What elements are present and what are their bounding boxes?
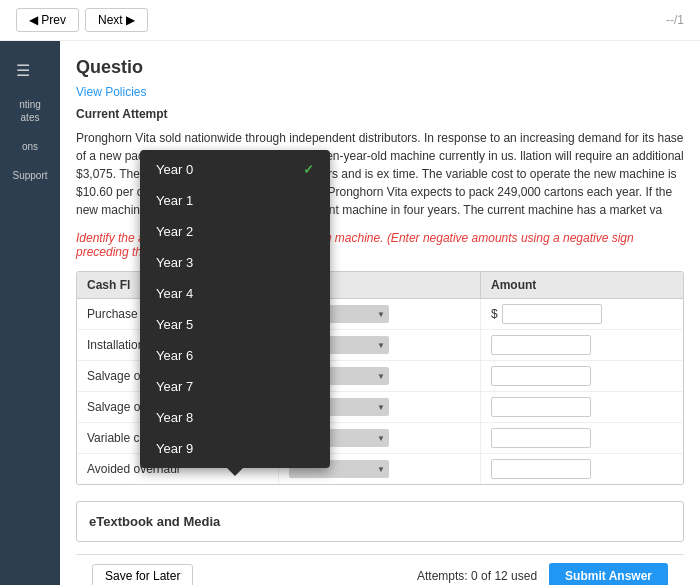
top-nav: ◀ Prev Next ▶ --/1 bbox=[0, 0, 700, 41]
amount-input-overhaul[interactable] bbox=[491, 459, 591, 479]
dropdown-item-year0[interactable]: Year 0 ✓ bbox=[140, 154, 330, 185]
dropdown-item-year8[interactable]: Year 8 bbox=[140, 402, 330, 433]
row-amount-cell-variable bbox=[481, 423, 683, 453]
attempts-text: Attempts: 0 of 12 used bbox=[417, 569, 537, 583]
question-title: Questio bbox=[76, 57, 684, 78]
sidebar-item-options[interactable]: ons bbox=[0, 132, 60, 161]
dropdown-item-label: Year 5 bbox=[156, 317, 193, 332]
current-attempt-label: Current Attempt bbox=[76, 107, 684, 121]
amount-input-salvage-new[interactable] bbox=[491, 397, 591, 417]
dollar-sign-purchase: $ bbox=[491, 307, 498, 321]
dropdown-item-label: Year 9 bbox=[156, 441, 193, 456]
year-dropdown: Year 0 ✓ Year 1 Year 2 Year 3 Year 4 Yea… bbox=[140, 150, 330, 468]
page-indicator: --/1 bbox=[666, 13, 684, 27]
row-amount-cell-installation bbox=[481, 330, 683, 360]
sidebar: ☰ ntingates ons Support bbox=[0, 41, 60, 585]
dropdown-item-year3[interactable]: Year 3 bbox=[140, 247, 330, 278]
dropdown-arrow-icon bbox=[227, 468, 243, 476]
submit-answer-button[interactable]: Submit Answer bbox=[549, 563, 668, 585]
dropdown-item-label: Year 1 bbox=[156, 193, 193, 208]
dropdown-item-year9[interactable]: Year 9 bbox=[140, 433, 330, 464]
etextbook-section: eTextbook and Media bbox=[76, 501, 684, 542]
amount-input-salvage-old[interactable] bbox=[491, 366, 591, 386]
bottom-bar: Save for Later Attempts: 0 of 12 used Su… bbox=[76, 554, 684, 585]
row-amount-cell-salvage-old bbox=[481, 361, 683, 391]
dropdown-item-label: Year 0 bbox=[156, 162, 193, 177]
row-amount-cell-overhaul bbox=[481, 454, 683, 484]
dropdown-item-year7[interactable]: Year 7 bbox=[140, 371, 330, 402]
dropdown-item-year1[interactable]: Year 1 bbox=[140, 185, 330, 216]
dropdown-item-year4[interactable]: Year 4 bbox=[140, 278, 330, 309]
header-amount: Amount bbox=[481, 272, 683, 298]
amount-input-variable[interactable] bbox=[491, 428, 591, 448]
dropdown-item-label: Year 7 bbox=[156, 379, 193, 394]
dropdown-item-year6[interactable]: Year 6 bbox=[140, 340, 330, 371]
view-policies-link[interactable]: View Policies bbox=[76, 85, 146, 99]
hamburger-icon[interactable]: ☰ bbox=[0, 51, 60, 90]
save-later-button[interactable]: Save for Later bbox=[92, 564, 193, 585]
row-amount-cell-salvage-new bbox=[481, 392, 683, 422]
main-layout: ☰ ntingates ons Support Questio View Pol… bbox=[0, 41, 700, 585]
nav-buttons: ◀ Prev Next ▶ bbox=[16, 8, 148, 32]
dropdown-item-label: Year 3 bbox=[156, 255, 193, 270]
etextbook-title: eTextbook and Media bbox=[89, 514, 220, 529]
dropdown-item-label: Year 4 bbox=[156, 286, 193, 301]
row-amount-cell-purchase: $ bbox=[481, 299, 683, 329]
amount-input-purchase[interactable] bbox=[502, 304, 602, 324]
next-button[interactable]: Next ▶ bbox=[85, 8, 148, 32]
dropdown-item-year2[interactable]: Year 2 bbox=[140, 216, 330, 247]
prev-button[interactable]: ◀ Prev bbox=[16, 8, 79, 32]
sidebar-item-accounting[interactable]: ntingates bbox=[0, 90, 60, 132]
dropdown-item-label: Year 6 bbox=[156, 348, 193, 363]
amount-input-installation[interactable] bbox=[491, 335, 591, 355]
sidebar-item-support[interactable]: Support bbox=[0, 161, 60, 190]
dropdown-item-year5[interactable]: Year 5 bbox=[140, 309, 330, 340]
dropdown-item-label: Year 8 bbox=[156, 410, 193, 425]
check-mark-icon: ✓ bbox=[303, 162, 314, 177]
dropdown-item-label: Year 2 bbox=[156, 224, 193, 239]
